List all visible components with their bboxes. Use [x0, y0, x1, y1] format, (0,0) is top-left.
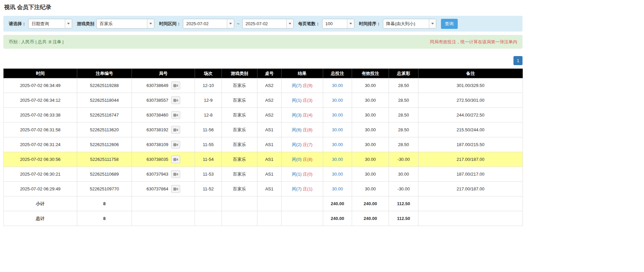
- round-id-text: 630738649: [146, 83, 168, 88]
- summary-cell: 小计: [4, 196, 77, 211]
- valid-bet-notice-text: 同局有效投注，统一计算在该局第一张注单内: [430, 39, 517, 45]
- cell-table-no: AS1: [257, 137, 282, 152]
- summary-cell: [257, 196, 282, 211]
- total-bet-link[interactable]: 30.00: [332, 186, 343, 191]
- page-size-value[interactable]: 100: [323, 19, 347, 28]
- cell-valid-bet: 30.00: [352, 152, 389, 167]
- cell-game-type: 百家乐: [222, 182, 257, 196]
- cell-payout: 28.50: [389, 137, 418, 152]
- header-row: 时间注单编号局号场次游戏类别桌号结果总投注有效投注总派彩备注: [4, 69, 523, 78]
- chevron-down-icon[interactable]: [65, 19, 72, 28]
- cell-session: 12-8: [195, 108, 222, 123]
- video-replay-button[interactable]: [171, 141, 180, 148]
- betting-records-table: 时间注单编号局号场次游戏类别桌号结果总投注有效投注总派彩备注 2025-07-0…: [3, 69, 523, 226]
- cell-session: 12-9: [195, 93, 222, 108]
- table-row: 2025-07-02 06:34:12522625118044630738557…: [4, 93, 523, 108]
- result-player: 闲(7): [292, 186, 302, 191]
- video-replay-button[interactable]: [171, 155, 180, 163]
- cell-remark: 301.00/329.50: [418, 78, 523, 93]
- chevron-down-icon[interactable]: [147, 19, 154, 28]
- date-from-value[interactable]: 2025-07-02: [183, 19, 227, 28]
- chevron-down-icon[interactable]: [286, 19, 293, 28]
- game-type-select[interactable]: 百家乐: [96, 19, 154, 29]
- chevron-down-icon[interactable]: [347, 19, 354, 28]
- cell-table-no: AS1: [257, 182, 282, 196]
- cell-result: 闲(2) 庄(7): [282, 137, 323, 152]
- cell-total-bet: 30.00: [323, 93, 352, 108]
- game-type-label: 游戏类别: [77, 21, 94, 27]
- round-id-text: 630738035: [146, 157, 168, 162]
- sort-order-select[interactable]: 降幕(由大到小): [383, 19, 436, 29]
- cell-bet-id: 522625109770: [77, 182, 132, 196]
- cell-payout: -30.00: [389, 152, 418, 167]
- search-button[interactable]: 查询: [441, 19, 458, 29]
- summary-cell: [222, 196, 257, 211]
- query-type-value[interactable]: 日期查询: [29, 19, 65, 28]
- cell-valid-bet: 30.00: [352, 108, 389, 123]
- video-replay-button[interactable]: [171, 185, 180, 193]
- result-banker: 庄(0): [303, 172, 312, 177]
- sort-order-value[interactable]: 降幕(由大到小): [383, 19, 429, 28]
- round-id-text: 630738460: [146, 112, 168, 118]
- video-replay-button[interactable]: [171, 126, 180, 134]
- summary-cell: 240.00: [352, 211, 389, 226]
- chevron-down-icon[interactable]: [429, 19, 436, 28]
- total-bet-link[interactable]: 30.00: [332, 172, 343, 177]
- summary-cell: [132, 211, 195, 226]
- cell-total-bet: 30.00: [323, 152, 352, 167]
- video-replay-button[interactable]: [171, 82, 180, 89]
- cell-session: 12-10: [195, 78, 222, 93]
- cell-time: 2025-07-02 06:34:12: [4, 93, 77, 108]
- summary-cell: 总计: [4, 211, 77, 226]
- cell-bet-id: 522625113620: [77, 123, 132, 137]
- game-type-value[interactable]: 百家乐: [97, 19, 147, 28]
- total-bet-link[interactable]: 30.00: [332, 112, 343, 118]
- cell-result: 闲(6) 庄(8): [282, 123, 323, 137]
- cell-round-id: 630737864: [132, 182, 195, 196]
- table-row: 2025-07-02 06:30:21522625110689630737943…: [4, 167, 523, 182]
- cell-bet-id: 522625116747: [77, 108, 132, 123]
- result-banker: 庄(7): [303, 142, 312, 147]
- column-header: 场次: [195, 69, 222, 78]
- cell-session: 11-53: [195, 167, 222, 182]
- page-size-select[interactable]: 100: [322, 19, 354, 29]
- cell-game-type: 百家乐: [222, 123, 257, 137]
- page-size-label: 每页笔数：: [298, 21, 320, 27]
- cell-remark: 217.00/187.00: [418, 152, 523, 167]
- total-bet-link[interactable]: 30.00: [332, 127, 343, 132]
- chevron-down-icon[interactable]: [227, 19, 234, 28]
- date-to-select[interactable]: 2025-07-02: [242, 19, 294, 29]
- date-from-select[interactable]: 2025-07-02: [183, 19, 234, 29]
- column-header: 备注: [418, 69, 523, 78]
- date-to-value[interactable]: 2025-07-02: [243, 19, 286, 28]
- cell-time: 2025-07-02 06:30:21: [4, 167, 77, 182]
- column-header: 总派彩: [389, 69, 418, 78]
- cell-total-bet: 30.00: [323, 108, 352, 123]
- cell-bet-id: 522625112606: [77, 137, 132, 152]
- cell-game-type: 百家乐: [222, 108, 257, 123]
- cell-round-id: 630738460: [132, 108, 195, 123]
- result-player: 闲(7): [292, 83, 302, 88]
- total-bet-link[interactable]: 30.00: [332, 83, 343, 88]
- video-camera-icon: [173, 113, 178, 117]
- result-banker: 庄(1): [303, 186, 312, 191]
- tilde-separator: ~: [236, 21, 240, 26]
- cell-valid-bet: 30.00: [352, 123, 389, 137]
- total-bet-link[interactable]: 30.00: [332, 98, 343, 103]
- result-banker: 庄(3): [303, 98, 312, 103]
- query-type-select[interactable]: 日期查询: [28, 19, 72, 29]
- summary-bar: 币别 : 人民币 | 总共 :8 注单 | 同局有效投注，统一计算在该局第一张注…: [3, 35, 523, 49]
- cell-total-bet: 30.00: [323, 137, 352, 152]
- total-bet-link[interactable]: 30.00: [332, 157, 343, 162]
- video-replay-button[interactable]: [171, 96, 180, 104]
- cell-bet-id: 522625119288: [77, 78, 132, 93]
- cell-session: 11-56: [195, 123, 222, 137]
- total-bet-link[interactable]: 30.00: [332, 142, 343, 147]
- summary-cell: 240.00: [323, 211, 352, 226]
- pagination-page-1[interactable]: 1: [513, 56, 523, 65]
- time-range-label: 时间区间：: [159, 21, 181, 27]
- result-banker: 庄(8): [303, 157, 312, 162]
- cell-bet-id: 522625111758: [77, 152, 132, 167]
- video-replay-button[interactable]: [171, 111, 180, 119]
- video-replay-button[interactable]: [171, 170, 180, 178]
